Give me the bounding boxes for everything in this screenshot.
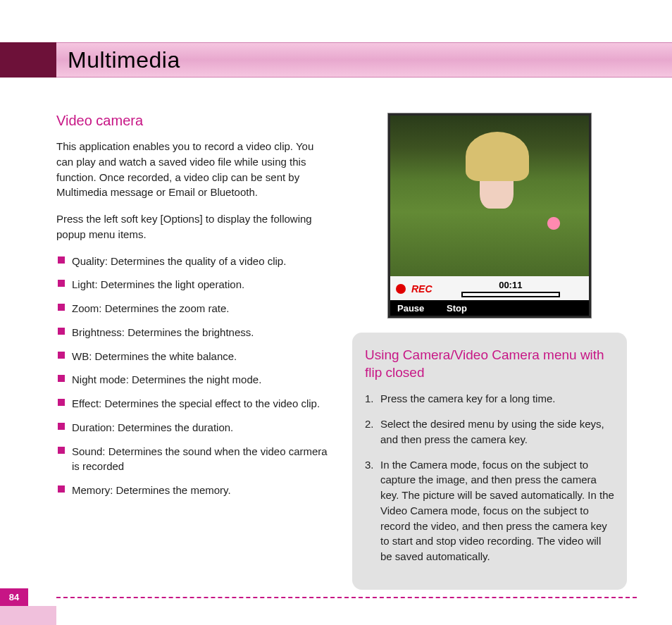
intro-paragraph: This application enables you to record a… <box>56 139 331 200</box>
dotted-divider <box>56 597 637 598</box>
page-title: Multimedia <box>68 47 180 73</box>
record-icon <box>396 284 406 294</box>
rec-progress-bar <box>461 292 560 297</box>
list-item: Zoom: Determines the zoom rate. <box>56 301 331 316</box>
list-item: Select the desired menu by using the sid… <box>365 416 614 447</box>
footer-pink-strip <box>0 606 56 625</box>
recording-status-bar: REC 00:11 <box>390 276 589 301</box>
page-number: 84 <box>0 588 28 606</box>
flower-decor <box>543 213 564 234</box>
list-item: WB: Determines the white balance. <box>56 349 331 364</box>
banner-main: Multimedia <box>56 42 672 78</box>
content-area: Video camera This application enables yo… <box>56 113 637 590</box>
instruction-paragraph: Press the left soft key [Options] to dis… <box>56 211 331 242</box>
list-item: Effect: Determines the special effect to… <box>56 396 331 411</box>
info-box: Using Camera/Video Camera menu with flip… <box>352 333 627 590</box>
list-item: Duration: Determines the duration. <box>56 420 331 435</box>
right-column: REC 00:11 Pause Stop Using Camera/Video … <box>352 113 627 590</box>
softkey-pause: Pause <box>390 303 433 314</box>
section-heading-video-camera: Video camera <box>56 113 331 129</box>
phone-screenshot: REC 00:11 Pause Stop <box>387 113 592 318</box>
list-item: Press the camera key for a long time. <box>365 391 614 407</box>
phone-viewfinder-image <box>390 116 589 276</box>
phone-softkey-bar: Pause Stop <box>390 300 589 316</box>
banner-accent <box>0 42 56 78</box>
info-box-heading: Using Camera/Video Camera menu with flip… <box>365 347 614 381</box>
list-item: Quality: Determines the quality of a vid… <box>56 254 331 269</box>
list-item: In the Camera mode, focus on the subject… <box>365 457 614 564</box>
left-column: Video camera This application enables yo… <box>56 113 331 590</box>
rec-time-wrap: 00:11 <box>438 280 583 297</box>
list-item: Memory: Determines the memory. <box>56 483 331 498</box>
title-banner: Multimedia <box>0 42 672 78</box>
steps-list: Press the camera key for a long time. Se… <box>365 391 614 564</box>
list-item: Light: Determines the light operation. <box>56 277 331 292</box>
options-list: Quality: Determines the quality of a vid… <box>56 254 331 498</box>
list-item: Brightness: Determines the brightness. <box>56 325 331 340</box>
softkey-stop: Stop <box>433 303 589 314</box>
rec-label: REC <box>411 283 433 295</box>
rec-time: 00:11 <box>499 280 522 290</box>
list-item: Night mode: Determines the night mode. <box>56 372 331 388</box>
list-item: Sound: Determines the sound when the vid… <box>56 444 331 475</box>
